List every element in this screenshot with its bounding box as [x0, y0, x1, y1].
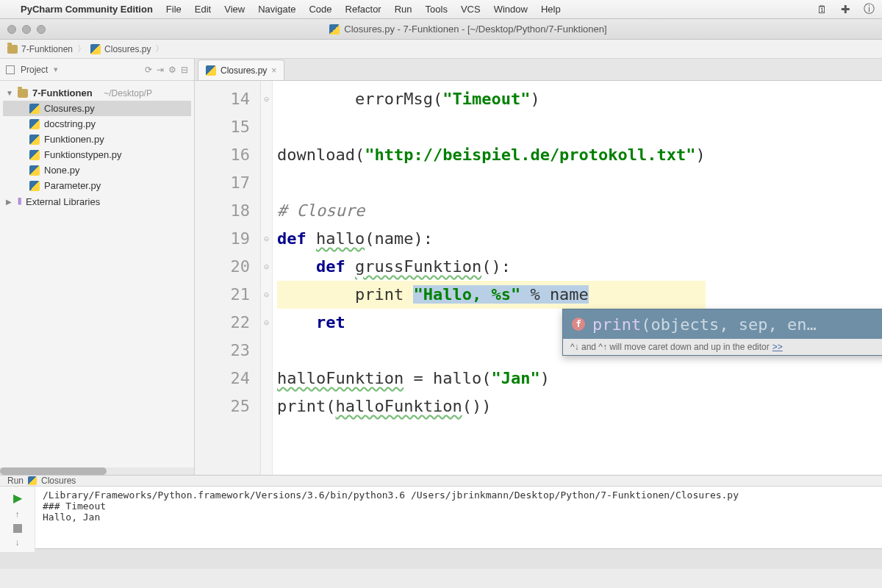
minimize-window-icon[interactable]: [22, 25, 31, 34]
run-toolbar: ▶ ↑ ↓: [0, 487, 35, 552]
python-file-icon: [29, 181, 40, 191]
chevron-right-icon: 〉: [155, 43, 164, 55]
hide-icon[interactable]: ⊟: [181, 65, 188, 75]
folder-icon: [18, 89, 28, 98]
menu-help[interactable]: Help: [541, 4, 561, 15]
line-number-gutter: 141516171819202122232425: [195, 81, 261, 475]
python-file-icon: [329, 24, 340, 35]
sidebar-title: Project: [21, 65, 48, 75]
tree-file[interactable]: None.py: [3, 162, 191, 178]
python-file-icon: [29, 150, 40, 160]
menu-vcs[interactable]: VCS: [461, 4, 481, 15]
menu-navigate[interactable]: Navigate: [258, 4, 295, 15]
down-arrow-icon[interactable]: ↓: [15, 537, 20, 548]
library-icon: ⦀: [18, 196, 21, 207]
dropdown-icon[interactable]: ▾: [54, 65, 58, 74]
tree-root[interactable]: ▼ 7-Funktionen ~/Desktop/P: [3, 85, 191, 101]
project-view-icon[interactable]: [6, 65, 15, 74]
tray-icon[interactable]: ⓘ: [864, 2, 875, 16]
python-file-icon: [29, 135, 40, 145]
folder-icon: [7, 45, 18, 54]
window-title: Closures.py - 7-Funktionen - [~/Desktop/…: [344, 24, 606, 35]
menu-refactor[interactable]: Refactor: [345, 4, 381, 15]
zoom-window-icon[interactable]: [37, 25, 46, 34]
sidebar-toolbar: Project ▾ ⟳ ⇥ ⚙ ⊟: [0, 59, 194, 81]
hint-link[interactable]: >>: [772, 342, 783, 352]
up-arrow-icon[interactable]: ↑: [15, 509, 20, 520]
tree-file[interactable]: docstring.py: [3, 116, 191, 132]
tray-icon[interactable]: ✚: [841, 3, 850, 16]
editor-tabs: Closures.py ×: [195, 59, 882, 81]
editor-tab[interactable]: Closures.py ×: [198, 60, 284, 80]
close-tab-icon[interactable]: ×: [271, 65, 276, 76]
tray-icon[interactable]: 🗓: [817, 3, 828, 15]
python-file-icon: [29, 119, 40, 129]
tree-file[interactable]: Funktionen.py: [3, 132, 191, 147]
code-content[interactable]: errorMsg("Timeout")download("http://beis…: [273, 81, 706, 475]
breadcrumb-folder[interactable]: 7-Funktionen: [7, 44, 73, 54]
console-output[interactable]: /Library/Frameworks/Python.framework/Ver…: [35, 487, 882, 552]
collapse-icon[interactable]: ⇥: [157, 65, 164, 75]
python-file-icon: [29, 104, 40, 114]
window-titlebar: Closures.py - 7-Funktionen - [~/Desktop/…: [0, 19, 882, 40]
fold-column[interactable]: ⊖⊖⊖⊖⊖: [261, 81, 273, 475]
completion-popup[interactable]: f print(objects, sep, en… builtins ^↓ an…: [562, 309, 882, 356]
menu-window[interactable]: Window: [494, 4, 528, 15]
run-header[interactable]: Run Closures: [0, 476, 882, 487]
python-file-icon: [28, 476, 37, 485]
python-file-icon: [29, 165, 40, 176]
tree-file[interactable]: Funktionstypen.py: [3, 147, 191, 162]
completion-hint: ^↓ and ^↑ will move caret down and up in…: [563, 339, 882, 355]
project-tree[interactable]: ▼ 7-Funktionen ~/Desktop/P Closures.py d…: [0, 81, 194, 214]
python-file-icon: [206, 65, 216, 76]
function-icon: f: [572, 318, 585, 331]
chevron-right-icon: 〉: [77, 43, 86, 55]
tab-label: Closures.py: [220, 65, 267, 76]
twisty-open-icon[interactable]: ▼: [6, 89, 13, 97]
tree-external-libs[interactable]: ▶ ⦀ External Libraries: [3, 193, 191, 209]
menu-view[interactable]: View: [224, 4, 245, 15]
run-tool-window: Run Closures ▶ ↑ ↓ /Library/Frameworks/P…: [0, 475, 882, 548]
app-menu[interactable]: PyCharm Community Edition: [21, 4, 153, 15]
twisty-closed-icon[interactable]: ▶: [6, 198, 13, 206]
menu-file[interactable]: File: [166, 4, 182, 15]
project-sidebar: Project ▾ ⟳ ⇥ ⚙ ⊟ ▼ 7-Funktionen ~/Deskt…: [0, 59, 195, 475]
tree-file[interactable]: Parameter.py: [3, 178, 191, 193]
tree-file[interactable]: Closures.py: [3, 101, 191, 116]
breadcrumb: 7-Funktionen 〉 Closures.py 〉: [0, 40, 882, 59]
sidebar-scrollbar[interactable]: [0, 467, 194, 475]
rerun-button[interactable]: ▶: [13, 491, 22, 505]
menu-run[interactable]: Run: [395, 4, 412, 15]
stop-button[interactable]: [13, 524, 22, 533]
python-file-icon: [90, 44, 101, 54]
macos-menubar: PyCharm Community Edition File Edit View…: [0, 0, 882, 19]
gear-icon[interactable]: ⚙: [168, 65, 176, 75]
menu-code[interactable]: Code: [309, 4, 331, 15]
menu-edit[interactable]: Edit: [195, 4, 211, 15]
code-editor[interactable]: 141516171819202122232425 ⊖⊖⊖⊖⊖ errorMsg(…: [195, 81, 882, 475]
sync-icon[interactable]: ⟳: [145, 65, 152, 75]
menu-tools[interactable]: Tools: [426, 4, 448, 15]
close-window-icon[interactable]: [7, 25, 16, 34]
editor-pane: Closures.py × 141516171819202122232425 ⊖…: [195, 59, 882, 475]
completion-item[interactable]: f print(objects, sep, en… builtins: [563, 309, 882, 339]
breadcrumb-file[interactable]: Closures.py: [90, 44, 151, 54]
